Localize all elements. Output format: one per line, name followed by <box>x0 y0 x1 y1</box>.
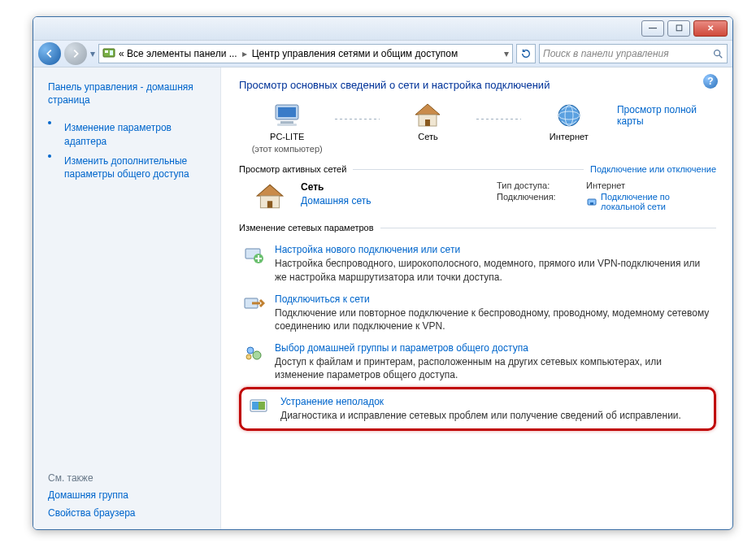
bullet-icon <box>48 154 51 158</box>
troubleshoot-icon <box>248 396 271 419</box>
highlighted-task: Устранение неполадок Диагностика и испра… <box>239 387 716 431</box>
search-icon <box>712 48 723 59</box>
task-homegroup[interactable]: Выбор домашней группы и параметров общег… <box>239 337 716 386</box>
sidebar-link-sharing-settings[interactable]: Изменить дополнительные параметры общего… <box>56 154 211 180</box>
svg-rect-6 <box>278 107 296 117</box>
active-network-row: Сеть Домашняя сеть Тип доступа: Интернет… <box>239 180 716 213</box>
node-this-pc[interactable]: PC-LITE (этот компьютер) <box>239 101 335 154</box>
sidebar: Панель управления - домашняя страница Из… <box>33 67 221 529</box>
homegroup-icon <box>242 342 265 365</box>
node-internet[interactable]: Интернет <box>521 101 617 142</box>
svg-point-25 <box>246 354 251 359</box>
window: { "titlebar":{"min":"—","max":"☐","close… <box>33 16 733 530</box>
see-also-heading: См. также <box>48 472 211 484</box>
computer-icon <box>271 101 303 130</box>
search-input[interactable]: Поиск в панели управления <box>539 44 728 63</box>
section-label: Изменение сетевых параметров <box>239 223 374 233</box>
breadcrumb-segment[interactable]: « Все элементы панели ... <box>119 48 237 59</box>
back-button[interactable] <box>38 42 61 65</box>
svg-rect-2 <box>110 50 113 55</box>
svg-line-4 <box>719 55 723 59</box>
network-type-link[interactable]: Домашняя сеть <box>301 194 371 208</box>
globe-icon <box>553 101 585 130</box>
bullet-icon <box>48 121 51 124</box>
node-label: Сеть <box>418 132 437 142</box>
task-new-connection[interactable]: Настройка нового подключения или сети На… <box>239 239 716 288</box>
control-panel-icon <box>102 47 115 60</box>
map-connector <box>476 119 521 120</box>
address-bar[interactable]: « Все элементы панели ... ▸ Центр управл… <box>98 44 513 63</box>
task-troubleshoot[interactable]: Устранение неполадок Диагностика и испра… <box>246 393 709 425</box>
section-network-settings: Изменение сетевых параметров <box>239 223 716 233</box>
svg-rect-17 <box>267 202 272 208</box>
sidebar-link-homegroup[interactable]: Домашняя группа <box>48 489 211 502</box>
node-sublabel: (этот компьютер) <box>252 144 323 154</box>
prop-value: Интернет <box>586 180 716 190</box>
sidebar-link-browser-properties[interactable]: Свойства браузера <box>48 506 211 519</box>
network-map: PC-LITE (этот компьютер) Сеть Интернет П… <box>239 101 716 154</box>
window-body: Панель управления - домашняя страница Из… <box>33 67 732 529</box>
svg-point-3 <box>715 50 720 56</box>
task-connect-network[interactable]: Подключиться к сети Подключение или повт… <box>239 289 716 337</box>
svg-rect-19 <box>590 202 593 205</box>
svg-rect-11 <box>425 120 430 126</box>
prop-label: Подключения: <box>497 192 586 211</box>
help-icon[interactable]: ? <box>703 74 718 89</box>
task-desc: Доступ к файлам и принтерам, расположенн… <box>275 355 713 381</box>
svg-rect-7 <box>280 121 293 124</box>
task-title: Настройка нового подключения или сети <box>275 244 713 255</box>
new-connection-icon <box>242 244 265 267</box>
svg-point-23 <box>247 347 254 354</box>
section-active-networks: Просмотр активных сетей Подключение или … <box>239 164 716 174</box>
sidebar-link-adapter-settings[interactable]: Изменение параметров адаптера <box>56 121 211 147</box>
control-panel-home-link[interactable]: Панель управления - домашняя страница <box>48 80 211 106</box>
task-desc: Подключение или повторное подключение к … <box>275 306 713 333</box>
svg-marker-9 <box>415 104 440 115</box>
section-label: Просмотр активных сетей <box>239 164 346 174</box>
recent-dropdown-icon[interactable]: ▾ <box>90 48 95 59</box>
refresh-button[interactable] <box>516 44 536 63</box>
connection-link[interactable]: Подключение по локальной сети <box>586 192 716 211</box>
node-network[interactable]: Сеть <box>380 101 476 142</box>
breadcrumb-segment[interactable]: Центр управления сетями и общим доступом <box>252 48 458 59</box>
page-title: Просмотр основных сведений о сети и наст… <box>239 79 716 91</box>
task-desc: Диагностика и исправление сетевых пробле… <box>280 409 707 422</box>
connect-network-icon <box>242 293 265 316</box>
task-title: Устранение неполадок <box>280 396 707 407</box>
node-label: PC-LITE <box>270 132 304 142</box>
svg-point-12 <box>558 105 580 126</box>
network-name: Сеть <box>301 180 371 194</box>
content-pane: ? Просмотр основных сведений о сети и на… <box>221 67 732 529</box>
svg-rect-1 <box>105 50 108 53</box>
svg-rect-28 <box>252 402 259 410</box>
forward-button[interactable] <box>64 42 87 65</box>
titlebar: — ☐ ✕ <box>33 17 732 41</box>
maximize-button[interactable]: ☐ <box>667 20 690 37</box>
svg-point-24 <box>253 351 261 359</box>
node-label: Интернет <box>550 132 589 142</box>
address-dropdown-icon[interactable]: ▾ <box>504 48 509 59</box>
task-desc: Настройка беспроводного, широкополосного… <box>275 257 713 283</box>
network-properties: Тип доступа: Интернет Подключения: Подкл… <box>497 180 716 211</box>
minimize-button[interactable]: — <box>641 20 664 37</box>
house-icon <box>254 180 286 213</box>
house-icon <box>411 101 444 130</box>
search-placeholder: Поиск в панели управления <box>543 48 712 59</box>
task-title: Выбор домашней группы и параметров общег… <box>275 342 713 354</box>
map-connector <box>335 119 380 120</box>
navbar: ▾ « Все элементы панели ... ▸ Центр упра… <box>33 41 732 67</box>
full-map-link[interactable]: Просмотр полной карты <box>617 104 716 127</box>
ethernet-icon <box>586 196 597 207</box>
divider <box>380 228 716 228</box>
chevron-right-icon[interactable]: ▸ <box>241 48 249 59</box>
divider <box>353 169 584 170</box>
svg-rect-8 <box>277 124 297 126</box>
connect-disconnect-link[interactable]: Подключение или отключение <box>590 164 716 174</box>
task-title: Подключиться к сети <box>275 293 713 305</box>
svg-marker-15 <box>257 185 283 197</box>
prop-label: Тип доступа: <box>497 180 586 190</box>
close-button[interactable]: ✕ <box>693 20 728 37</box>
